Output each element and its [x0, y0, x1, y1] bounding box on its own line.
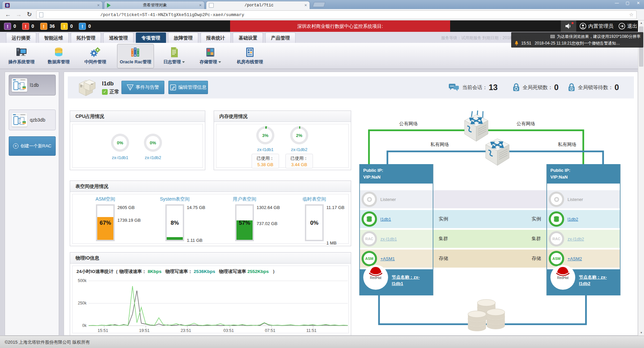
menu-tab-smart-ops[interactable]: 智能运维 [39, 32, 69, 43]
events-alerts-button[interactable]: 事件与告警 [121, 81, 164, 94]
node1-asm-link[interactable]: +ASM1 [380, 256, 395, 261]
create-new-rac-button[interactable]: + 创建一个新RAC [9, 136, 56, 156]
memory-usage-panel: 内存使用情况 3% 2% zx-l1db1 zx-l1db2 已使用： 5.38… [214, 111, 351, 170]
toolbar-item-cabling-mgmt[interactable]: 机房布线管理 [231, 44, 268, 68]
browser-tab-1[interactable]: B × [2, 1, 103, 9]
tab3-title: /portal/?tic [216, 3, 302, 8]
toolbar-item-middleware-mgmt[interactable]: 中间件管理 [77, 44, 114, 68]
cpu-node1-link[interactable]: zx-l1db1 [102, 155, 139, 160]
stat-global-lock-waits: 全局锁等待数： 0 [568, 76, 619, 98]
private-network-label-left: 私有网络 [430, 142, 449, 148]
sidebar-item-l1db-selected[interactable]: l1db [9, 75, 56, 95]
url-input[interactable]: /portal/?ticket=ST-41-HNZkTtgXke51igDwp2… [36, 10, 637, 19]
io-xtick-0351: 03:51 [223, 328, 234, 333]
io-ytick-500k: 500k [74, 278, 87, 283]
tab1-close-icon[interactable]: × [97, 3, 100, 8]
current-user[interactable]: 内置管理员 [580, 20, 613, 32]
private-switch-icon [486, 139, 509, 165]
node1-instance-row: l1db1 [360, 210, 433, 228]
toolbar-item-storage-mgmt[interactable]: 存储管理 [192, 44, 229, 68]
log-mgmt-icon [168, 47, 180, 58]
toast-time: 15:51 [521, 41, 531, 46]
browser-tab-3-active[interactable]: /portal/?tic × [206, 1, 310, 9]
browser-addressbar: ← → ↻ /portal/?ticket=ST-41-HNZkTtgXke51… [0, 9, 644, 20]
cpu-node2-link[interactable]: zx-l1db2 [135, 155, 171, 160]
tab1-favicon: B [5, 3, 10, 8]
menu-tab-product-mgmt[interactable]: 产品管理 [265, 32, 296, 43]
notification-toast[interactable]: 为达最佳浏览效果，建议使用1920*1080分辨率 15:51 2018-04-… [511, 32, 643, 48]
alert-badge-major[interactable]: ! 0 [22, 23, 34, 30]
tab3-close-icon[interactable]: × [304, 3, 307, 8]
alert-badge-minor[interactable]: ! 36 [40, 23, 55, 30]
menu-tab-report-stats[interactable]: 报表统计 [201, 32, 231, 43]
rac-list-sidebar: l1db qzb3db + 创建一个新RAC [5, 72, 59, 336]
toolbar-item-log-mgmt[interactable]: 日志管理 [156, 44, 193, 68]
storage-mgmt-icon [205, 47, 216, 58]
node2-name-link[interactable]: 节点名称：zx-l1db2 [579, 274, 618, 287]
alert-badge-info[interactable]: ! 0 [79, 23, 91, 30]
temp-space-link[interactable]: 临时表空间 [291, 196, 338, 202]
new-tab-button[interactable] [313, 2, 326, 7]
node2-asm-link[interactable]: +ASM2 [568, 256, 582, 261]
asm-space-link[interactable]: ASM空间 [82, 196, 129, 202]
window-close-button[interactable]: ✕ [635, 1, 642, 5]
memory-node1-link[interactable]: zx-l1db1 [247, 147, 284, 152]
edit-mgmt-info-button[interactable]: 编辑管理信息 [168, 81, 208, 94]
cpu-gauge-node1: 0% [111, 134, 129, 152]
notification-dot [572, 22, 574, 24]
menu-tab-inspection[interactable]: 巡检管理 [103, 32, 133, 43]
memory-node2-link[interactable]: zx-l1db2 [281, 147, 318, 152]
node2-cluster-link[interactable]: zx-l1db2 [568, 236, 584, 241]
scroll-down-arrow[interactable]: ▼ [638, 330, 644, 336]
window-maximize-button[interactable]: ▢ [624, 1, 631, 5]
refresh-button[interactable]: ↻ [25, 10, 34, 19]
io-subtitle: 24小时IO速率统计（ 物理读速率： 8Kbps 物理写速率： 2536Kbps… [76, 269, 277, 275]
bookmark-star-icon[interactable]: ☆ [629, 12, 634, 18]
node1-instance-link[interactable]: l1db1 [380, 217, 391, 222]
shared-storage-disks [468, 299, 505, 331]
tab2-close-icon[interactable]: × [199, 3, 202, 8]
window-minimize-button[interactable]: — [613, 1, 621, 5]
browser-tabstrip: B × 查看管理对象 × /portal/?tic × — ▢ ✕ [0, 0, 644, 9]
stat-current-sessions: 当前会话： 13 [448, 76, 498, 98]
user-space-link[interactable]: 用户表空间 [221, 196, 268, 202]
toolbar-item-os-mgmt[interactable]: 操作系统管理 [3, 44, 40, 68]
tablespace-panel-title: 表空间使用情况 [70, 181, 351, 192]
browser-tab-2[interactable]: 查看管理对象 × [104, 1, 205, 9]
node1-cluster-link[interactable]: zx-l1db1 [380, 236, 397, 241]
sound-toggle-button[interactable] [561, 20, 576, 32]
scroll-up-arrow[interactable]: ▲ [638, 20, 644, 26]
back-button[interactable]: ← [3, 10, 12, 19]
io-ytick-0k: 0k [74, 323, 87, 328]
toolbar-item-db-mgmt[interactable]: 数据库管理 [40, 44, 77, 68]
menu-tab-operation-summary[interactable]: 运行摘要 [6, 32, 36, 43]
node1-ip-header: Public IP: VIP:NaN [360, 164, 433, 184]
tablespace-usage-panel: 表空间使用情况 ASM空间 67% 2605 GB 1739.19 GB Sys… [70, 181, 351, 246]
memory-used-node1: 已使用： 5.38 GB [252, 154, 279, 168]
alert-badge-critical[interactable]: ! 0 [4, 23, 16, 30]
alert-badge-warning[interactable]: ! 0 [61, 23, 73, 30]
forward-button[interactable]: → [14, 10, 23, 19]
node1-footer: RedHat 节点名称：zx-l1db1 [360, 269, 433, 295]
logout-button[interactable]: 退出 [619, 20, 637, 32]
node1-name-link[interactable]: 节点名称：zx-l1db1 [392, 274, 430, 287]
os-mgmt-icon [16, 47, 27, 58]
oracle-rac-mgmt-icon [130, 47, 141, 58]
sidebar-item-qzb3db[interactable]: qzb3db [9, 110, 56, 130]
alert-triangle-icon [127, 84, 133, 90]
system-space-link[interactable]: System表空间 [151, 196, 198, 202]
toolbar-item-oracle-rac-mgmt-selected[interactable]: Oracle Rac管理 [117, 44, 154, 68]
rac-icon: RAC [549, 231, 564, 247]
node2-instance-link[interactable]: l1db2 [568, 217, 578, 222]
memory-gauge-node1: 3% [256, 126, 274, 144]
public-network-label-left: 公有网络 [399, 121, 418, 127]
menu-tab-special-mgmt-active[interactable]: 专项管理 [136, 32, 166, 43]
page-footer: ©2015 上海北塔软件股份有限公司 版权所有 [0, 336, 644, 348]
menu-tab-fault-mgmt[interactable]: 故障管理 [168, 32, 198, 43]
stat-global-deadlocks: 全局死锁数： 0 [512, 76, 558, 98]
rac-icon: RAC [362, 231, 377, 247]
menu-tab-topology[interactable]: 拓扑管理 [71, 32, 101, 43]
menu-tab-basic-settings[interactable]: 基础设置 [233, 32, 263, 43]
deadlock-lock-icon [512, 83, 520, 92]
vertical-scrollbar[interactable]: ▲ ▼ [638, 20, 644, 336]
